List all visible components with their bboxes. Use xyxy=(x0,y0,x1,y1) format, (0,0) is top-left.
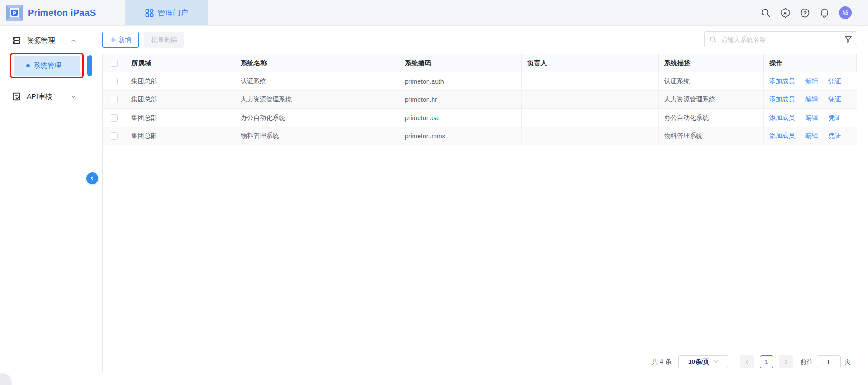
credential-link[interactable]: 凭证 xyxy=(828,132,841,140)
notification-bell-icon[interactable] xyxy=(819,8,829,18)
active-bullet-icon xyxy=(26,64,30,67)
help-icon[interactable]: ? xyxy=(800,8,810,18)
cell-owner xyxy=(522,109,659,127)
cell-code: primeton.mms xyxy=(399,127,522,145)
chevron-up-icon xyxy=(71,38,76,43)
prev-page-button[interactable] xyxy=(740,355,754,368)
user-avatar[interactable]: 域 xyxy=(839,6,852,19)
cell-name: 认证系统 xyxy=(235,72,399,90)
credential-link[interactable]: 凭证 xyxy=(828,77,841,86)
cell-actions: 添加成员 编辑 凭证 xyxy=(764,72,857,90)
chevron-left-icon xyxy=(745,360,749,364)
systems-table-card: 所属域 系统名称 系统编码 负责人 系统描述 操作 集团总部 认证系统 prim… xyxy=(102,54,857,372)
search-input[interactable] xyxy=(720,35,840,44)
system-search xyxy=(704,31,857,47)
sidebar-group-label: 资源管理 xyxy=(27,36,55,46)
table-row: 集团总部 物料管理系统 primeton.mms 物料管理系统 添加成员 编辑 … xyxy=(103,127,857,145)
page-unit-label: 页 xyxy=(844,358,851,366)
ai-assistant-icon[interactable]: AI xyxy=(780,8,791,18)
batch-delete-button[interactable]: 批量删除 xyxy=(144,32,184,48)
column-header-domain: 所属域 xyxy=(126,54,235,72)
cell-description: 物料管理系统 xyxy=(659,127,764,145)
page-size-value: 10条/页 xyxy=(688,358,709,366)
sidebar-group-resources[interactable]: 资源管理 xyxy=(0,31,92,50)
cell-code: primeton.oa xyxy=(399,109,522,127)
table-row: 集团总部 人力资源管理系统 primeton.hr 人力资源管理系统 添加成员 … xyxy=(103,91,857,109)
cell-actions: 添加成员 编辑 凭证 xyxy=(764,109,857,127)
row-checkbox[interactable] xyxy=(111,132,118,140)
table-row: 集团总部 办公自动化系统 primeton.oa 办公自动化系统 添加成员 编辑… xyxy=(103,109,857,127)
plus-icon xyxy=(110,37,116,43)
cell-actions: 添加成员 编辑 凭证 xyxy=(764,91,857,108)
svg-text:?: ? xyxy=(803,10,807,15)
next-page-button[interactable] xyxy=(779,355,793,368)
page-number-button[interactable]: 1 xyxy=(760,355,773,368)
app-grid-icon xyxy=(145,9,154,17)
credential-link[interactable]: 凭证 xyxy=(828,96,841,104)
cell-description: 人力资源管理系统 xyxy=(659,91,764,108)
tab-management-portal[interactable]: 管理门户 xyxy=(125,0,208,25)
active-menu-indicator xyxy=(87,55,92,76)
cell-owner xyxy=(522,72,659,90)
svg-text:AI: AI xyxy=(783,10,787,15)
total-count: 共 4 条 xyxy=(651,358,671,366)
cell-domain: 集团总部 xyxy=(126,127,235,145)
column-header-description: 系统描述 xyxy=(659,54,764,72)
add-button-label: 新增 xyxy=(119,36,131,44)
cell-name: 物料管理系统 xyxy=(235,127,399,145)
select-all-checkbox[interactable] xyxy=(111,60,118,67)
action-divider xyxy=(800,133,800,139)
add-member-link[interactable]: 添加成员 xyxy=(769,132,795,140)
add-button[interactable]: 新增 xyxy=(102,32,139,48)
tab-label: 管理门户 xyxy=(157,8,188,18)
header-actions: AI ? 域 xyxy=(761,0,852,25)
action-divider xyxy=(800,115,800,121)
add-member-link[interactable]: 添加成员 xyxy=(769,77,795,86)
action-divider xyxy=(823,96,823,102)
pagination-bar: 共 4 条 10条/页 1 前往 页 xyxy=(103,351,857,372)
brand: P Primeton iPaaS xyxy=(5,0,96,25)
sidebar-group-label: API审核 xyxy=(27,92,52,101)
chevron-down-icon xyxy=(71,94,76,99)
chevron-right-icon xyxy=(784,360,788,364)
add-member-link[interactable]: 添加成员 xyxy=(769,96,795,104)
credential-link[interactable]: 凭证 xyxy=(828,114,841,122)
logo-icon: P xyxy=(5,4,24,22)
search-icon[interactable] xyxy=(761,8,771,18)
edit-link[interactable]: 编辑 xyxy=(805,77,818,86)
column-header-owner: 负责人 xyxy=(522,54,659,72)
edit-link[interactable]: 编辑 xyxy=(805,132,818,140)
chevron-down-icon xyxy=(714,360,718,364)
action-divider xyxy=(823,115,823,121)
cell-description: 办公自动化系统 xyxy=(659,109,764,127)
row-checkbox[interactable] xyxy=(111,114,118,122)
cell-code: primeton.hr xyxy=(399,91,522,108)
page: P Primeton iPaaS 管理门户 xyxy=(0,0,868,385)
goto-page-input[interactable] xyxy=(817,355,841,368)
search-input-icon xyxy=(709,36,717,43)
table-empty-area xyxy=(103,145,857,351)
row-checkbox[interactable] xyxy=(111,96,118,103)
goto-label: 前往 xyxy=(800,358,813,366)
edit-link[interactable]: 编辑 xyxy=(805,114,818,122)
cell-name: 人力资源管理系统 xyxy=(235,91,399,108)
cell-name: 办公自动化系统 xyxy=(235,109,399,127)
add-member-link[interactable]: 添加成员 xyxy=(769,114,795,122)
edit-link[interactable]: 编辑 xyxy=(805,96,818,104)
page-size-select[interactable]: 10条/页 xyxy=(678,355,728,368)
sidebar-group-api-audit[interactable]: API审核 xyxy=(0,87,92,106)
app-header: P Primeton iPaaS 管理门户 xyxy=(0,0,868,26)
cell-description: 认证系统 xyxy=(659,72,764,90)
filter-funnel-icon[interactable] xyxy=(844,35,852,43)
column-header-actions: 操作 xyxy=(764,54,857,72)
sidebar-item-system-management[interactable]: 系统管理 xyxy=(14,56,80,76)
table-header-row: 所属域 系统名称 系统编码 负责人 系统描述 操作 xyxy=(103,54,857,72)
sidebar-collapse-button[interactable] xyxy=(86,172,98,184)
batch-delete-label: 批量删除 xyxy=(151,36,177,44)
row-checkbox[interactable] xyxy=(111,78,118,85)
cell-domain: 集团总部 xyxy=(126,109,235,127)
cell-owner xyxy=(522,91,659,108)
sidebar-item-label: 系统管理 xyxy=(34,61,61,70)
cell-code: primeton.auth xyxy=(399,72,522,90)
action-divider xyxy=(800,96,800,102)
